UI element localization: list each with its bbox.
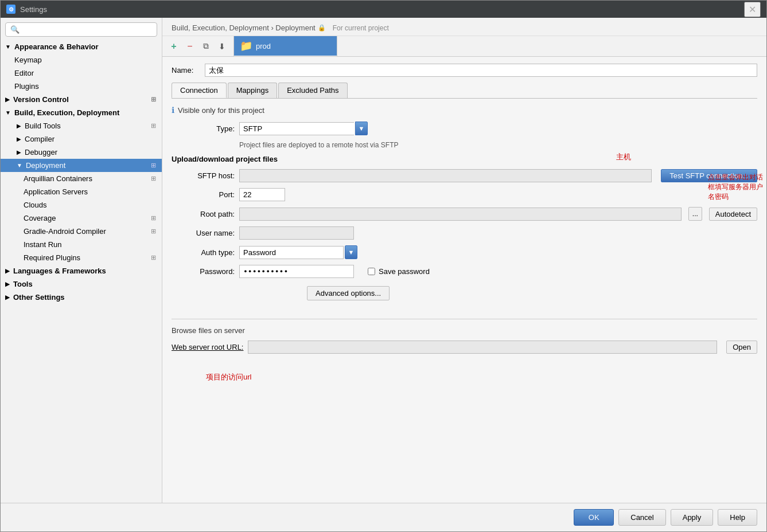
sidebar-item-arquillian[interactable]: Arquillian Containers ⊞ bbox=[1, 172, 162, 185]
breadcrumb: Build, Execution, Deployment › Deploymen… bbox=[162, 18, 766, 36]
bottom-bar: OK Cancel Apply Help bbox=[1, 503, 766, 531]
save-password-row: Save password bbox=[368, 267, 430, 276]
page-icon: ⊞ bbox=[151, 214, 156, 222]
copy-button[interactable]: ⧉ bbox=[199, 40, 213, 53]
sidebar-item-clouds[interactable]: Clouds bbox=[1, 198, 162, 212]
sidebar-item-version-control[interactable]: ▶ Version Control ⊞ bbox=[1, 93, 162, 106]
sidebar-item-keymap[interactable]: Keymap bbox=[1, 53, 162, 66]
web-url-label[interactable]: Web server root URL: bbox=[172, 343, 243, 351]
arrow-icon: ▶ bbox=[5, 281, 10, 287]
sidebar-item-build-execution[interactable]: ▼ Build, Execution, Deployment bbox=[1, 106, 162, 119]
add-button[interactable]: + bbox=[167, 40, 181, 53]
annotation-url: 项目的访问url bbox=[206, 372, 251, 382]
close-button[interactable]: ✕ bbox=[744, 2, 761, 17]
root-path-label: Root path: bbox=[172, 210, 235, 218]
arrow-icon: ▶ bbox=[5, 268, 10, 274]
sidebar-item-appearance[interactable]: ▼ Appearance & Behavior bbox=[1, 40, 162, 53]
sidebar-item-other-settings[interactable]: ▶ Other Settings bbox=[1, 291, 162, 304]
root-path-dots-button[interactable]: ... bbox=[688, 207, 702, 221]
page-icon: ⊞ bbox=[151, 254, 156, 261]
root-path-row: Root path: ... Autodetect 点击里会弹出对话 框填写服务… bbox=[172, 207, 757, 221]
page-icon: ⊞ bbox=[151, 175, 156, 182]
arrow-icon: ▼ bbox=[5, 109, 11, 116]
advanced-options-button[interactable]: Advanced options... bbox=[307, 286, 390, 300]
type-select[interactable]: SFTP FTP Local/Mounted Folder bbox=[239, 122, 354, 135]
web-url-row: Web server root URL: Open 项目的访问url bbox=[172, 341, 757, 354]
ok-button[interactable]: OK bbox=[574, 509, 614, 526]
sidebar-item-debugger[interactable]: ▶ Debugger bbox=[1, 146, 162, 159]
auth-type-dropdown[interactable]: ▼ bbox=[345, 245, 357, 259]
arrow-icon: ▶ bbox=[5, 294, 10, 300]
sidebar-item-required-plugins[interactable]: Required Plugins ⊞ bbox=[1, 251, 162, 264]
tab-mappings[interactable]: Mappings bbox=[228, 83, 277, 98]
advanced-options-wrap: Advanced options... bbox=[239, 284, 757, 310]
main-content: ▼ Appearance & Behavior Keymap Editor Pl… bbox=[1, 18, 766, 503]
password-row: Password: Save password bbox=[172, 265, 757, 278]
port-label: Port: bbox=[172, 190, 235, 199]
type-row: Type: SFTP FTP Local/Mounted Folder ▼ bbox=[172, 122, 757, 135]
sidebar-item-plugins[interactable]: Plugins bbox=[1, 80, 162, 93]
root-path-input[interactable] bbox=[239, 208, 682, 221]
password-input[interactable] bbox=[239, 265, 354, 278]
sidebar-item-editor[interactable]: Editor bbox=[1, 66, 162, 80]
type-dropdown-arrow[interactable]: ▼ bbox=[355, 122, 368, 135]
app-icon: ⚙ bbox=[6, 5, 15, 14]
sftp-hint: Project files are deployed to a remote h… bbox=[239, 141, 757, 149]
arrow-icon: ▶ bbox=[17, 123, 21, 129]
save-password-checkbox[interactable] bbox=[368, 268, 375, 275]
lock-icon: 🔒 bbox=[318, 24, 326, 32]
user-name-label: User name: bbox=[172, 229, 235, 237]
web-url-input[interactable] bbox=[248, 341, 717, 354]
search-input[interactable] bbox=[5, 22, 157, 37]
visible-note: ℹ Visible only for this project bbox=[172, 105, 757, 115]
sidebar-item-tools[interactable]: ▶ Tools bbox=[1, 277, 162, 291]
user-name-input[interactable] bbox=[239, 226, 354, 240]
cancel-button[interactable]: Cancel bbox=[618, 509, 665, 526]
help-button[interactable]: Help bbox=[718, 509, 757, 526]
sidebar-item-app-servers[interactable]: Application Servers bbox=[1, 185, 162, 198]
browse-label: Browse files on server bbox=[172, 326, 757, 335]
title-bar: ⚙ Settings ✕ bbox=[1, 1, 766, 18]
toolbar-row: + − ⧉ ⬇ 📁 prod bbox=[162, 36, 766, 57]
arrow-icon: ▼ bbox=[5, 44, 11, 50]
upload-section-header: Upload/download project files bbox=[172, 155, 757, 163]
port-input[interactable] bbox=[239, 188, 285, 201]
move-button[interactable]: ⬇ bbox=[215, 40, 229, 53]
settings-window: ⚙ Settings ✕ ▼ Appearance & Behavior Key… bbox=[0, 0, 767, 532]
test-sftp-button[interactable]: Test SFTP connection... bbox=[661, 169, 757, 182]
auth-select-wrap: ▼ bbox=[239, 245, 357, 259]
sidebar-item-compiler[interactable]: ▶ Compiler bbox=[1, 132, 162, 146]
tab-connection[interactable]: Connection bbox=[172, 83, 227, 98]
arrow-icon: ▶ bbox=[17, 136, 21, 142]
folder-icon: 📁 bbox=[240, 40, 252, 52]
browse-section: Browse files on server Web server root U… bbox=[172, 326, 757, 354]
port-row: Port: bbox=[172, 188, 757, 201]
auth-type-display bbox=[239, 246, 344, 259]
toolbar-buttons: + − ⧉ ⬇ bbox=[162, 36, 234, 56]
apply-button[interactable]: Apply bbox=[671, 509, 714, 526]
sidebar-item-build-tools[interactable]: ▶ Build Tools ⊞ bbox=[1, 119, 162, 132]
open-button[interactable]: Open bbox=[726, 341, 757, 354]
password-label: Password: bbox=[172, 267, 235, 276]
auth-type-row: Auth type: ▼ bbox=[172, 245, 757, 259]
arrow-icon: ▶ bbox=[5, 96, 10, 103]
sidebar-item-coverage[interactable]: Coverage ⊞ bbox=[1, 212, 162, 225]
tab-excluded-paths[interactable]: Excluded Paths bbox=[278, 83, 347, 98]
sidebar-item-deployment[interactable]: ▼ Deployment ⊞ bbox=[1, 159, 162, 172]
auth-type-label: Auth type: bbox=[172, 248, 235, 257]
sidebar-item-instant-run[interactable]: Instant Run bbox=[1, 238, 162, 251]
remove-button[interactable]: − bbox=[183, 40, 197, 53]
name-row: Name: bbox=[172, 64, 757, 77]
right-panel: Build, Execution, Deployment › Deploymen… bbox=[162, 18, 766, 503]
user-name-row: User name: bbox=[172, 226, 757, 240]
sftp-host-input[interactable] bbox=[239, 169, 652, 182]
autodetect-button[interactable]: Autodetect bbox=[709, 208, 757, 221]
sidebar-item-languages[interactable]: ▶ Languages & Frameworks bbox=[1, 264, 162, 277]
config-item-prod[interactable]: 📁 prod bbox=[234, 36, 337, 56]
name-label: Name: bbox=[172, 66, 200, 75]
sidebar-item-gradle-android[interactable]: Gradle-Android Compiler ⊞ bbox=[1, 225, 162, 238]
page-icon: ⊞ bbox=[151, 228, 156, 235]
config-list: 📁 prod bbox=[234, 36, 337, 56]
arrow-icon: ▶ bbox=[17, 149, 21, 155]
name-input[interactable] bbox=[205, 64, 757, 77]
